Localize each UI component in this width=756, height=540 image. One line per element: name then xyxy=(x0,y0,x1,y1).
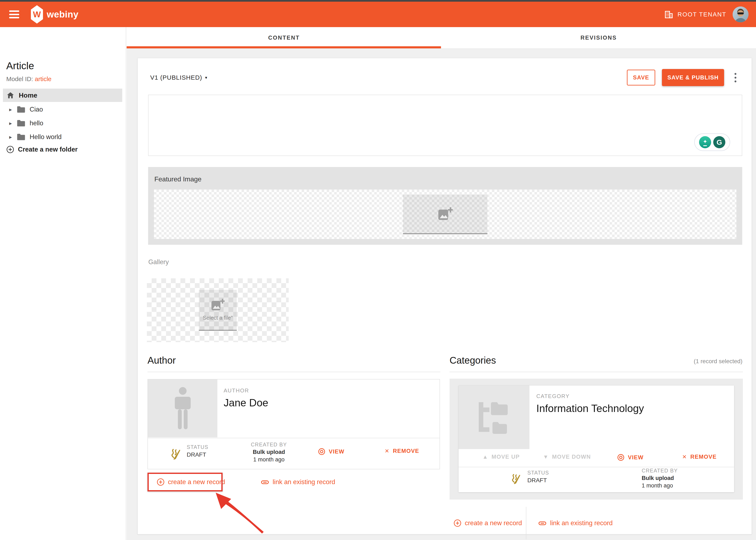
category-view-button[interactable]: VIEW xyxy=(617,454,644,461)
folder-label: Ciao xyxy=(30,106,43,113)
folder-tree-icon xyxy=(474,398,514,437)
version-label: V1 (PUBLISHED) xyxy=(150,74,202,81)
categories-divider xyxy=(450,372,743,372)
create-new-folder-button[interactable]: Create a new folder xyxy=(6,146,77,153)
created-ago: 1 month ago xyxy=(642,482,708,489)
author-name: Jane Doe xyxy=(224,397,268,409)
image-plus-icon xyxy=(438,207,453,220)
link-icon xyxy=(260,478,269,486)
author-record-actions: create a new record link an existing rec… xyxy=(157,478,335,486)
created-by-value: Bulk upload xyxy=(642,474,708,482)
status-draft-icon xyxy=(170,448,183,460)
author-create-record-link[interactable]: create a new record xyxy=(157,478,225,486)
sidebar-item-folder-hello-world[interactable]: ▸ Hello world xyxy=(0,130,126,144)
folder-icon xyxy=(17,120,26,127)
tab-content-label: CONTENT xyxy=(268,35,300,41)
save-button[interactable]: SAVE xyxy=(627,69,655,85)
create-record-label: create a new record xyxy=(465,519,522,527)
featured-image-dropzone[interactable] xyxy=(154,190,736,239)
view-label: VIEW xyxy=(329,449,345,455)
categories-section-heading: Categories xyxy=(450,355,496,366)
author-link-record-link[interactable]: link an existing record xyxy=(260,478,335,486)
create-record-label: create a new record xyxy=(168,478,225,486)
link-icon xyxy=(538,519,547,527)
status-value: DRAFT xyxy=(187,452,209,458)
tab-bar: CONTENT REVISIONS xyxy=(127,27,756,49)
chevron-right-icon[interactable]: ▸ xyxy=(9,134,13,140)
remove-label: REMOVE xyxy=(690,454,716,460)
page-title: Article xyxy=(6,60,34,71)
chevron-right-icon[interactable]: ▸ xyxy=(9,106,13,113)
gallery-upload-target[interactable]: Select a file" xyxy=(199,290,237,331)
sidebar-item-home[interactable]: Home xyxy=(3,88,122,102)
folder-tree: ▸ Ciao ▸ hello ▸ Hello world xyxy=(0,102,126,144)
category-create-record-link[interactable]: create a new record xyxy=(454,519,522,527)
created-by-label: CREATED BY xyxy=(235,441,302,448)
more-options-icon[interactable] xyxy=(731,73,739,82)
author-photo-placeholder xyxy=(148,379,218,438)
folder-label: hello xyxy=(30,119,43,127)
sidebar: Article Model ID: article Home ▸ Ciao ▸ xyxy=(0,27,126,540)
tab-revisions[interactable]: REVISIONS xyxy=(441,27,756,48)
author-record-card: AUTHOR Jane Doe STATUS DRAFT CREA xyxy=(147,379,440,469)
select-file-label: Select a file" xyxy=(203,315,233,321)
tenant-selector[interactable]: ROOT TENANT xyxy=(664,10,726,19)
plus-circle-icon xyxy=(6,146,14,153)
arrow-down-icon: ▼ xyxy=(543,454,549,460)
plus-circle-icon xyxy=(454,519,461,527)
move-up-label: MOVE UP xyxy=(492,454,520,460)
entry-form-card: V1 (PUBLISHED) ▾ SAVE SAVE & PUBLISH ✦ G xyxy=(137,58,752,534)
webiny-logo[interactable]: W webiny xyxy=(31,5,78,24)
category-info: CATEGORY Information Technology xyxy=(536,393,644,415)
category-image-placeholder xyxy=(459,385,529,449)
category-selected-container: CATEGORY Information Technology ▲ MOVE U… xyxy=(450,379,743,499)
save-publish-button[interactable]: SAVE & PUBLISH xyxy=(662,69,724,86)
category-actions-row: ▲ MOVE UP ▼ MOVE DOWN VIEW xyxy=(459,449,734,467)
avatar-photo xyxy=(733,6,748,22)
menu-icon[interactable] xyxy=(9,10,19,18)
sidebar-home-label: Home xyxy=(19,91,37,99)
author-type-label: AUTHOR xyxy=(224,387,268,394)
link-record-label: link an existing record xyxy=(550,519,613,527)
sidebar-item-folder-ciao[interactable]: ▸ Ciao xyxy=(0,102,126,116)
move-down-label: MOVE DOWN xyxy=(552,454,591,460)
author-view-button[interactable]: VIEW xyxy=(318,448,345,455)
folder-icon xyxy=(17,133,26,141)
move-up-button[interactable]: ▲ MOVE UP xyxy=(483,454,520,460)
version-selector[interactable]: V1 (PUBLISHED) ▾ xyxy=(150,74,207,81)
author-remove-button[interactable]: ✕ REMOVE xyxy=(385,448,419,454)
featured-image-upload-target[interactable] xyxy=(403,195,488,234)
suggestion-bulb-icon[interactable]: ✦ xyxy=(699,136,711,148)
create-folder-label: Create a new folder xyxy=(18,146,77,153)
folder-label: Hello world xyxy=(30,133,62,141)
model-id-label: Model ID: xyxy=(6,75,33,82)
rich-text-editor[interactable]: ✦ G xyxy=(148,95,742,156)
appbar-right: ROOT TENANT xyxy=(664,6,748,22)
eye-icon xyxy=(318,448,325,455)
caret-down-icon: ▾ xyxy=(205,75,207,80)
move-down-button[interactable]: ▼ MOVE DOWN xyxy=(543,454,591,460)
tab-content[interactable]: CONTENT xyxy=(127,27,441,48)
annotation-arrow xyxy=(207,492,265,536)
author-section-heading: Author xyxy=(147,355,176,366)
user-avatar[interactable] xyxy=(733,6,748,22)
model-id: Model ID: article xyxy=(6,75,52,82)
category-link-record-link[interactable]: link an existing record xyxy=(538,519,613,527)
grammarly-icon[interactable]: G xyxy=(713,136,725,148)
chevron-right-icon[interactable]: ▸ xyxy=(9,120,13,127)
tab-revisions-label: REVISIONS xyxy=(581,35,617,41)
created-by-value: Bulk upload xyxy=(235,448,302,456)
sparkle-icon: ✦ xyxy=(703,138,707,145)
person-icon xyxy=(173,387,193,430)
x-icon: ✕ xyxy=(682,454,687,460)
window-edge-strip xyxy=(0,0,756,2)
author-info: AUTHOR Jane Doe xyxy=(224,387,268,409)
created-ago: 1 month ago xyxy=(235,456,302,463)
drawer-shadow xyxy=(0,315,6,398)
grammarly-letter: G xyxy=(716,138,722,146)
gallery-dropzone[interactable]: Select a file" xyxy=(147,278,289,342)
sidebar-item-folder-hello[interactable]: ▸ hello xyxy=(0,116,126,130)
category-remove-button[interactable]: ✕ REMOVE xyxy=(682,454,716,460)
grammarly-widget[interactable]: ✦ G xyxy=(694,133,730,151)
arrow-up-icon: ▲ xyxy=(483,454,488,460)
